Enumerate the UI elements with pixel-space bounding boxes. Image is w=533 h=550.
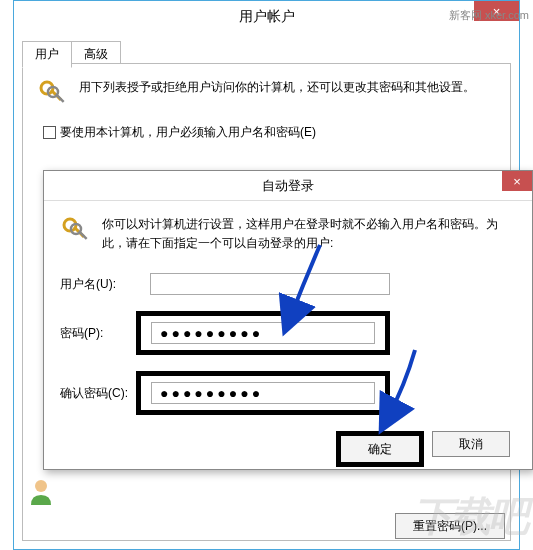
close-icon: × [513, 174, 521, 189]
inner-info-row: 你可以对计算机进行设置，这样用户在登录时就不必输入用户名和密码。为此，请在下面指… [60, 215, 516, 253]
password-highlight-box: ●●●●●●●●● [136, 311, 390, 355]
username-label: 用户名(U): [60, 276, 150, 293]
tab-users[interactable]: 用户 [22, 41, 72, 68]
auto-login-dialog: 自动登录 × 你可以对计算机进行设置，这样用户在登录时就不必输入用户名和密码。为… [43, 170, 533, 470]
confirm-row: 确认密码(C): ●●●●●●●●● [60, 371, 516, 415]
info-text: 用下列表授予或拒绝用户访问你的计算机，还可以更改其密码和其他设置。 [79, 78, 496, 97]
svg-rect-7 [78, 230, 88, 240]
inner-info-text: 你可以对计算机进行设置，这样用户在登录时就不必输入用户名和密码。为此，请在下面指… [102, 215, 516, 253]
checkbox-row: 要使用本计算机，用户必须输入用户名和密码(E) [43, 124, 496, 141]
outer-titlebar: 用户帐户 × [14, 1, 519, 33]
inner-body: 你可以对计算机进行设置，这样用户在登录时就不必输入用户名和密码。为此，请在下面指… [44, 201, 532, 481]
button-row: 确定 取消 [60, 431, 516, 467]
svg-point-8 [35, 480, 47, 492]
cancel-button[interactable]: 取消 [432, 431, 510, 457]
confirm-input[interactable]: ●●●●●●●●● [151, 382, 375, 404]
outer-title: 用户帐户 [239, 8, 295, 26]
keys-icon [37, 78, 69, 110]
svg-rect-3 [55, 93, 65, 103]
checkbox-label: 要使用本计算机，用户必须输入用户名和密码(E) [60, 124, 316, 141]
lower-user-row [25, 475, 505, 507]
keys-icon [60, 215, 92, 247]
username-input[interactable] [150, 273, 390, 295]
password-input[interactable]: ●●●●●●●●● [151, 322, 375, 344]
reset-password-button[interactable]: 重置密码(P)... [395, 513, 505, 539]
ok-button[interactable]: 确定 [336, 431, 424, 467]
info-row: 用下列表授予或拒绝用户访问你的计算机，还可以更改其密码和其他设置。 [37, 78, 496, 110]
inner-titlebar: 自动登录 × [44, 171, 532, 201]
confirm-highlight-box: ●●●●●●●●● [136, 371, 390, 415]
watermark-top: 新客网 xker.com [449, 8, 529, 23]
inner-title: 自动登录 [262, 177, 314, 195]
require-login-checkbox[interactable] [43, 126, 56, 139]
inner-close-button[interactable]: × [502, 171, 532, 191]
user-icon [25, 475, 57, 507]
password-row: 密码(P): ●●●●●●●●● [60, 311, 516, 355]
username-row: 用户名(U): [60, 273, 516, 295]
reset-button-row: 重置密码(P)... [395, 513, 505, 539]
